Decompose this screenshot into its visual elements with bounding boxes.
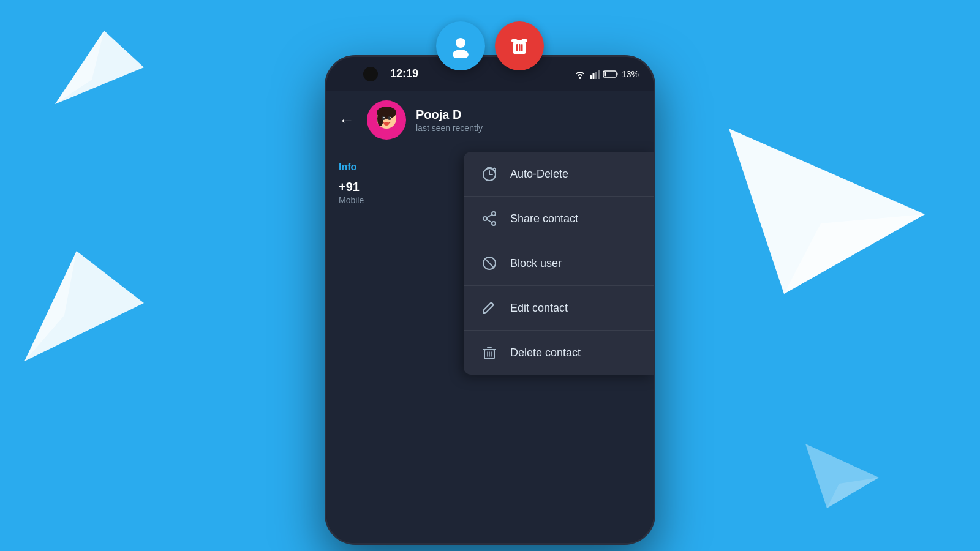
- bg-plane-mid-left: [12, 245, 147, 367]
- svg-point-27: [382, 116, 385, 120]
- menu-label-share-contact: Share contact: [510, 212, 578, 225]
- svg-marker-3: [24, 251, 77, 361]
- bg-plane-top-left: [49, 24, 147, 110]
- signal-icon: [590, 69, 600, 79]
- svg-rect-15: [521, 44, 523, 51]
- menu-item-share-contact[interactable]: Share contact: [464, 197, 654, 241]
- person-fab-button[interactable]: [436, 21, 485, 70]
- menu-label-edit-contact: Edit contact: [510, 302, 568, 315]
- menu-label-delete-contact: Delete contact: [510, 347, 581, 359]
- bg-plane-mid-right: [723, 122, 931, 306]
- app-content: ←: [326, 91, 654, 543]
- svg-point-28: [388, 116, 391, 120]
- svg-marker-1: [55, 31, 104, 104]
- menu-label-block-user: Block user: [510, 257, 562, 270]
- svg-rect-17: [592, 73, 594, 79]
- camera-notch: [363, 67, 378, 81]
- status-icons: 13%: [574, 69, 639, 79]
- profile-info: Pooja D last seen recently: [416, 108, 641, 133]
- svg-line-39: [487, 220, 492, 223]
- svg-point-31: [384, 122, 389, 126]
- menu-item-delete-contact[interactable]: Delete contact: [464, 331, 654, 375]
- status-time: 12:19: [390, 67, 418, 80]
- menu-item-auto-delete[interactable]: Auto-Delete: [464, 152, 654, 197]
- bg-plane-bottom-right: [802, 441, 882, 514]
- svg-point-29: [383, 117, 385, 118]
- svg-rect-18: [595, 72, 597, 79]
- context-menu: Auto-Delete Share contact: [464, 152, 654, 375]
- svg-line-38: [487, 215, 492, 218]
- trash-fab-button[interactable]: [495, 21, 544, 70]
- svg-marker-4: [729, 129, 925, 294]
- edit-icon: [481, 299, 498, 317]
- svg-marker-7: [827, 478, 879, 508]
- share-icon: [481, 210, 498, 227]
- svg-rect-22: [604, 72, 606, 76]
- menu-label-auto-delete: Auto-Delete: [510, 168, 568, 181]
- delete-icon: [481, 344, 498, 361]
- svg-rect-14: [519, 44, 521, 51]
- svg-marker-6: [805, 444, 879, 508]
- menu-item-block-user[interactable]: Block user: [464, 241, 654, 286]
- wifi-icon: [574, 69, 586, 79]
- avatar: [367, 100, 406, 140]
- svg-rect-32: [377, 130, 396, 138]
- svg-point-9: [453, 50, 469, 58]
- avatar-image: [368, 102, 405, 138]
- menu-item-edit-contact[interactable]: Edit contact: [464, 286, 654, 331]
- svg-rect-19: [598, 70, 600, 79]
- block-icon: [481, 255, 498, 272]
- battery-icon: [603, 70, 618, 78]
- person-icon: [448, 34, 473, 58]
- svg-marker-5: [784, 214, 925, 294]
- svg-marker-2: [24, 251, 144, 361]
- trash-icon: [507, 34, 532, 58]
- profile-status: last seen recently: [416, 123, 641, 133]
- fab-container: [436, 21, 544, 70]
- timer-icon: [481, 165, 498, 182]
- back-button[interactable]: ←: [339, 111, 355, 130]
- svg-rect-13: [516, 44, 518, 51]
- svg-rect-16: [590, 75, 592, 79]
- svg-point-30: [390, 117, 391, 118]
- profile-name: Pooja D: [416, 108, 641, 122]
- battery-text: 13%: [622, 69, 639, 79]
- profile-header: ←: [326, 91, 654, 152]
- svg-point-8: [456, 38, 466, 48]
- phone-frame: 12:19 13% ←: [325, 55, 655, 545]
- svg-rect-21: [616, 72, 617, 75]
- svg-line-41: [485, 259, 494, 268]
- svg-rect-12: [516, 37, 522, 40]
- svg-marker-0: [55, 31, 144, 104]
